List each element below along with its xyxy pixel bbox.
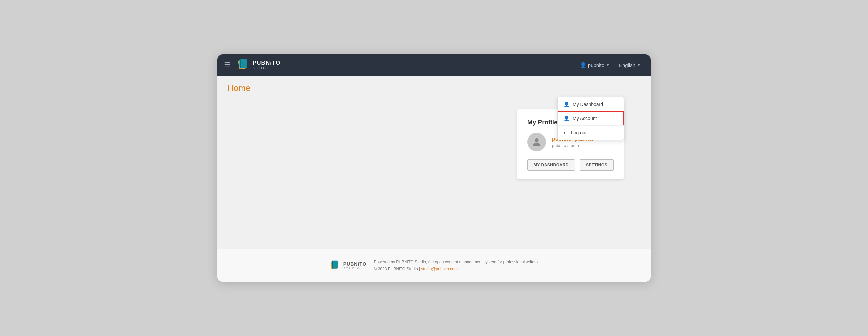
logo-subtitle: STUDIO xyxy=(253,66,280,70)
footer-powered: Powered by PUBNiTO Studio, the open cont… xyxy=(374,259,539,265)
user-dropdown-menu: 👤 My Dashboard 👤 My Account ↩ Log out xyxy=(557,97,624,140)
logo-text: PUBNiTO STUDIO xyxy=(253,60,280,70)
user-menu-button[interactable]: 👤 pubnito ▼ xyxy=(577,60,613,70)
dropdown-logout-item[interactable]: ↩ Log out xyxy=(558,126,624,140)
main-content: Home 👤 My Dashboard 👤 My Account ↩ Log o… xyxy=(217,76,651,249)
navbar-right: 👤 pubnito ▼ English ▼ xyxy=(577,60,644,70)
my-dashboard-button[interactable]: MY DASHBOARD xyxy=(527,159,575,171)
logo-area: PUBNiTO STUDIO xyxy=(237,58,577,72)
footer-copyright: © 2023 PUBNiTO Studio | xyxy=(374,267,420,271)
dashboard-label: My Dashboard xyxy=(573,102,603,107)
footer-logo-name: PUBNiTO xyxy=(343,261,367,267)
profile-card-buttons: MY DASHBOARD SETTINGS xyxy=(527,159,614,171)
lang-chevron-icon: ▼ xyxy=(637,63,641,67)
page-header: Home xyxy=(217,76,651,99)
dropdown-dashboard-item[interactable]: 👤 My Dashboard xyxy=(558,97,624,111)
dropdown-account-item[interactable]: 👤 My Account xyxy=(558,111,624,125)
language-menu-button[interactable]: English ▼ xyxy=(616,60,644,70)
footer-copyright-line: © 2023 PUBNiTO Studio | studio@pubnito.c… xyxy=(374,266,539,272)
profile-studio: pubnito studio xyxy=(552,143,594,148)
settings-button[interactable]: SETTINGS xyxy=(580,159,614,171)
footer-text: Powered by PUBNiTO Studio, the open cont… xyxy=(374,259,539,272)
footer-logo-area: PUBNiTO STUDIO xyxy=(329,259,367,272)
footer-logo-subtitle: STUDIO xyxy=(343,267,367,270)
svg-rect-3 xyxy=(240,59,241,68)
svg-point-4 xyxy=(535,138,538,142)
logo-icon xyxy=(237,58,249,72)
footer-logo-icon xyxy=(329,259,340,272)
lang-label: English xyxy=(619,62,636,68)
hamburger-icon[interactable]: ☰ xyxy=(224,61,231,69)
svg-rect-8 xyxy=(332,260,333,268)
avatar-icon xyxy=(531,136,542,148)
account-icon: 👤 xyxy=(564,116,569,121)
page-title: Home xyxy=(227,83,641,93)
account-label: My Account xyxy=(573,116,597,121)
dashboard-icon: 👤 xyxy=(564,102,569,107)
user-icon: 👤 xyxy=(580,62,586,68)
user-label: pubnito xyxy=(588,62,604,68)
user-chevron-icon: ▼ xyxy=(606,63,610,67)
navbar: ☰ PUBNiTO STUDIO 👤 pubnito ▼ Engl xyxy=(217,54,651,76)
avatar xyxy=(527,133,546,151)
footer-logo-text: PUBNiTO STUDIO xyxy=(343,261,367,270)
footer-email-link[interactable]: studio@pubnito.com xyxy=(421,267,458,271)
logout-label: Log out xyxy=(571,130,587,135)
browser-window: ☰ PUBNiTO STUDIO 👤 pubnito ▼ Engl xyxy=(217,54,651,282)
logo-name: PUBNiTO xyxy=(253,60,280,66)
footer: PUBNiTO STUDIO Powered by PUBNiTO Studio… xyxy=(217,249,651,282)
logout-icon: ↩ xyxy=(564,130,568,135)
